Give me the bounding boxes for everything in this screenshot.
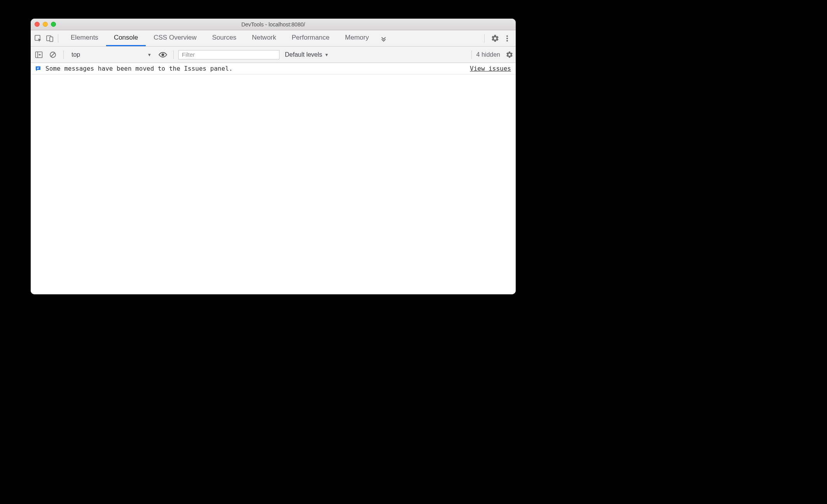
toggle-console-sidebar-icon[interactable] [33,49,45,61]
panel-tabs: Elements Console CSS Overview Sources Ne… [63,30,482,46]
tab-network[interactable]: Network [244,30,284,46]
tab-elements[interactable]: Elements [63,30,106,46]
dropdown-triangle-icon: ▼ [147,52,152,57]
tab-console[interactable]: Console [106,30,146,46]
devtools-window: DevTools - localhost:8080/ Elements Cons… [31,19,516,294]
toolbar-divider [63,50,64,59]
toolbar-divider [173,50,174,59]
close-window-button[interactable] [35,22,40,27]
tab-css-overview[interactable]: CSS Overview [146,30,204,46]
toolbar-divider [471,50,472,59]
tab-performance[interactable]: Performance [284,30,337,46]
minimize-window-button[interactable] [43,22,48,27]
issues-icon [35,66,42,71]
traffic-lights [35,22,56,27]
toolbar-right [482,34,514,43]
svg-rect-11 [37,68,39,68]
settings-icon[interactable] [491,34,499,43]
console-toolbar: top ▼ Default levels ▼ 4 hidden [31,47,516,63]
svg-rect-2 [50,37,53,42]
console-settings-icon[interactable] [506,51,513,59]
execution-context-selector[interactable]: top ▼ [68,50,155,59]
execution-context-label: top [72,51,80,58]
main-toolbar: Elements Console CSS Overview Sources Ne… [31,30,516,47]
svg-point-4 [506,38,508,39]
maximize-window-button[interactable] [51,22,56,27]
window-title: DevTools - localhost:8080/ [31,21,516,28]
svg-point-3 [506,35,508,37]
more-tabs-icon[interactable] [377,30,391,46]
inspect-element-icon[interactable] [32,33,44,44]
svg-point-10 [162,53,164,56]
issues-banner: Some messages have been moved to the Iss… [31,63,516,75]
svg-rect-12 [37,68,38,69]
svg-line-9 [51,53,55,57]
view-issues-link[interactable]: View issues [470,65,511,72]
toolbar-divider [484,34,485,43]
device-toolbar-icon[interactable] [44,33,56,44]
more-options-icon[interactable] [503,35,511,42]
clear-console-icon[interactable] [47,49,59,61]
dropdown-triangle-icon: ▼ [325,52,329,57]
log-levels-label: Default levels [285,51,322,58]
tab-sources[interactable]: Sources [204,30,244,46]
console-filter-input[interactable] [178,50,279,59]
toolbar-divider [58,34,58,43]
svg-point-5 [506,40,508,42]
hidden-messages-count[interactable]: 4 hidden [476,51,500,58]
live-expression-icon[interactable] [157,49,169,61]
tab-memory[interactable]: Memory [337,30,377,46]
log-levels-selector[interactable]: Default levels ▼ [282,51,329,58]
issues-message: Some messages have been moved to the Iss… [45,65,233,72]
titlebar: DevTools - localhost:8080/ [31,19,516,30]
console-output[interactable] [31,75,516,294]
